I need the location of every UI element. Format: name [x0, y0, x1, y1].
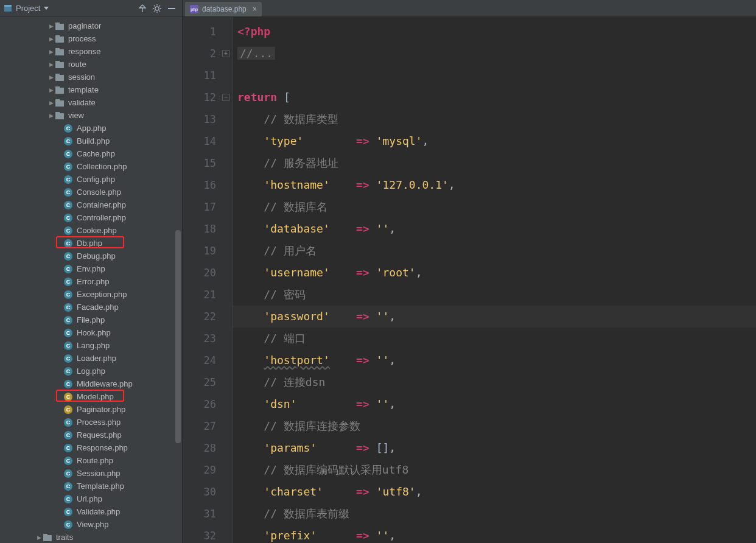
ide-window: Project paginatorprocessresponserouteses…	[0, 0, 756, 543]
folder-template[interactable]: template	[0, 83, 182, 96]
folder-icon	[55, 60, 65, 69]
file-tree[interactable]: paginatorprocessresponseroutesessiontemp…	[0, 17, 182, 543]
line-number: 30	[183, 481, 232, 503]
file-label: Hook.php	[77, 328, 111, 337]
code-line[interactable]: 'username' => 'root',	[233, 262, 756, 284]
file-Container-php[interactable]: CContainer.php	[0, 198, 182, 211]
file-Response-php[interactable]: CResponse.php	[0, 441, 182, 454]
folder-process[interactable]: process	[0, 32, 182, 45]
file-Cache-php[interactable]: CCache.php	[0, 147, 182, 160]
folder-validate[interactable]: validate	[0, 96, 182, 109]
file-Controller-php[interactable]: CController.php	[0, 211, 182, 224]
code-line[interactable]: // 服务器地址	[233, 152, 756, 174]
file-Process-php[interactable]: CProcess.php	[0, 416, 182, 429]
code-line[interactable]: // 数据库表前缀	[233, 503, 756, 525]
chevron-right-icon[interactable]	[47, 36, 55, 42]
code-line[interactable]: 'prefix' => '',	[233, 525, 756, 543]
file-Facade-php[interactable]: CFacade.php	[0, 301, 182, 314]
file-Debug-php[interactable]: CDebug.php	[0, 250, 182, 262]
locate-button[interactable]	[136, 2, 149, 15]
code-line[interactable]: <?php	[233, 21, 756, 43]
scrollbar-thumb[interactable]	[175, 230, 181, 443]
fold-collapse-icon[interactable]: −	[222, 94, 229, 101]
file-Request-php[interactable]: CRequest.php	[0, 429, 182, 441]
line-number-gutter: 12+1112−13141516171819202122232425262728…	[183, 17, 233, 543]
code-line[interactable]: //...	[233, 43, 756, 65]
code-line[interactable]: return [	[233, 86, 756, 108]
file-label: Lang.php	[77, 341, 110, 350]
file-Model-php[interactable]: CModel.php	[0, 390, 182, 403]
file-Template-php[interactable]: CTemplate.php	[0, 480, 182, 492]
code-line[interactable]: // 端口	[233, 328, 756, 349]
fold-expand-icon[interactable]: +	[222, 50, 229, 57]
file-Session-php[interactable]: CSession.php	[0, 467, 182, 480]
php-class-icon: C	[63, 456, 73, 466]
chevron-right-icon[interactable]	[47, 49, 55, 55]
file-Loader-php[interactable]: CLoader.php	[0, 352, 182, 365]
code-line[interactable]: 'params' => [],	[233, 437, 756, 459]
php-class-icon: C	[63, 354, 73, 363]
file-Route-php[interactable]: CRoute.php	[0, 454, 182, 467]
chevron-right-icon[interactable]	[47, 74, 55, 80]
file-Cookie-php[interactable]: CCookie.php	[0, 224, 182, 237]
code-line[interactable]: // 连接dsn	[233, 371, 756, 393]
code-line[interactable]: // 用户名	[233, 240, 756, 262]
code-line[interactable]: 'dsn' => '',	[233, 393, 756, 415]
php-class-icon: C	[63, 469, 73, 478]
chevron-right-icon[interactable]	[47, 113, 55, 119]
folder-traits[interactable]: traits	[0, 531, 182, 543]
file-File-php[interactable]: CFile.php	[0, 314, 182, 326]
file-Log-php[interactable]: CLog.php	[0, 365, 182, 377]
file-Env-php[interactable]: CEnv.php	[0, 262, 182, 275]
file-Build-php[interactable]: CBuild.php	[0, 135, 182, 147]
code-line[interactable]: 'password' => '',	[233, 306, 756, 328]
file-Validate-php[interactable]: CValidate.php	[0, 505, 182, 518]
code-editor[interactable]: 12+1112−13141516171819202122232425262728…	[183, 17, 756, 543]
file-Config-php[interactable]: CConfig.php	[0, 173, 182, 186]
folder-paginator[interactable]: paginator	[0, 19, 182, 32]
code-line[interactable]: 'hostname' => '127.0.0.1',	[233, 174, 756, 196]
sidebar-header: Project	[0, 0, 182, 17]
code-line[interactable]: 'charset' => 'utf8',	[233, 481, 756, 503]
project-dropdown[interactable]: Project	[4, 4, 49, 13]
code-line[interactable]: // 数据库类型	[233, 108, 756, 130]
chevron-right-icon[interactable]	[47, 23, 55, 29]
tab-database-php[interactable]: php database.php ×	[185, 2, 262, 16]
svg-rect-15	[55, 35, 60, 38]
file-View-php[interactable]: CView.php	[0, 518, 182, 531]
code-line[interactable]: // 数据库连接参数	[233, 415, 756, 437]
code-line[interactable]: // 数据库编码默认采用utf8	[233, 459, 756, 481]
gear-icon[interactable]	[150, 2, 164, 15]
code-area[interactable]: <?php//...return [ // 数据库类型 'type' => 'm…	[233, 17, 756, 543]
chevron-right-icon[interactable]	[47, 61, 55, 68]
file-App-php[interactable]: CApp.php	[0, 122, 182, 135]
minimize-icon[interactable]	[165, 2, 178, 15]
php-class-icon: C	[63, 443, 73, 453]
file-Paginator-php[interactable]: CPaginator.php	[0, 403, 182, 416]
folder-view[interactable]: view	[0, 109, 182, 122]
file-Collection-php[interactable]: CCollection.php	[0, 160, 182, 173]
file-Url-php[interactable]: CUrl.php	[0, 492, 182, 505]
file-Error-php[interactable]: CError.php	[0, 275, 182, 288]
code-line[interactable]: 'database' => '',	[233, 218, 756, 240]
file-Db-php[interactable]: CDb.php	[0, 237, 182, 250]
file-label: Template.php	[77, 482, 124, 491]
file-Lang-php[interactable]: CLang.php	[0, 339, 182, 352]
file-label: Console.php	[77, 187, 121, 197]
file-Console-php[interactable]: CConsole.php	[0, 186, 182, 198]
folder-response[interactable]: response	[0, 45, 182, 58]
file-Middleware-php[interactable]: CMiddleware.php	[0, 377, 182, 390]
code-line[interactable]: // 密码	[233, 284, 756, 306]
folder-session[interactable]: session	[0, 71, 182, 83]
file-Exception-php[interactable]: CException.php	[0, 288, 182, 301]
folder-route[interactable]: route	[0, 58, 182, 71]
close-icon[interactable]: ×	[253, 5, 257, 13]
code-line[interactable]: // 数据库名	[233, 196, 756, 218]
chevron-right-icon[interactable]	[35, 534, 43, 541]
code-line[interactable]: 'type' => 'mysql',	[233, 130, 756, 152]
code-line[interactable]: 'hostport' => '',	[233, 349, 756, 371]
chevron-right-icon[interactable]	[47, 100, 55, 106]
chevron-right-icon[interactable]	[47, 87, 55, 93]
code-line[interactable]	[233, 65, 756, 86]
file-Hook-php[interactable]: CHook.php	[0, 326, 182, 339]
